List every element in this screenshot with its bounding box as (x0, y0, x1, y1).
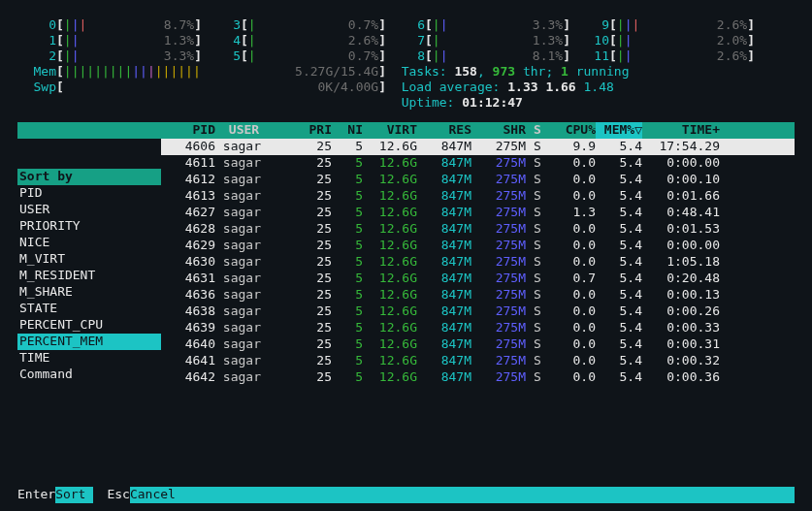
cpu-meter-7: 7[|1.3%] 10[||2.0%] (386, 33, 795, 48)
process-row[interactable]: 4639 sagar 25 5 12.6G 847M 275M S 0.0 5.… (161, 320, 795, 336)
load-average: Load average: 1.33 1.66 1.48 (386, 80, 795, 95)
cpu-meter-1: 1[||1.3%] 4[|2.6%] (17, 33, 386, 48)
sort-option-m_resident[interactable]: M_RESIDENT (17, 268, 161, 284)
meters-panel: 0[|||8.7%] 3[|0.7%] 1[||1.3%] 4[|2.6%] 2… (17, 8, 795, 116)
mem-meter: Mem[||||||||||||||||||5.27G/15.4G] (17, 64, 386, 80)
sort-option-pid[interactable]: PID (17, 185, 161, 202)
sort-by-panel[interactable]: Sort by PIDUSERPRIORITYNICEM_VIRTM_RESID… (17, 169, 161, 383)
cpu-meter-8: 8[||8.1%] 11[||2.6%] (386, 48, 795, 64)
footer-key-enter[interactable]: Enter (17, 487, 55, 503)
tasks-info: Tasks: 158, 973 thr; 1 running (386, 64, 795, 80)
sort-option-m_virt[interactable]: M_VIRT (17, 251, 161, 268)
col-time[interactable]: TIME+ (642, 122, 720, 139)
process-row[interactable]: 4638 sagar 25 5 12.6G 847M 275M S 0.0 5.… (161, 303, 795, 320)
footer-label-sort[interactable]: Sort (55, 487, 93, 503)
process-row[interactable]: 4606 sagar 25 5 12.6G 847M 275M S 9.9 5.… (161, 139, 795, 155)
process-row[interactable]: 4640 sagar 25 5 12.6G 847M 275M S 0.0 5.… (161, 336, 795, 353)
sort-by-title: Sort by (17, 169, 161, 185)
sort-option-priority[interactable]: PRIORITY (17, 218, 161, 235)
process-row[interactable]: 4627 sagar 25 5 12.6G 847M 275M S 1.3 5.… (161, 205, 795, 221)
col-cpu[interactable]: CPU% (549, 122, 596, 139)
cpu-meter-0: 0[|||8.7%] 3[|0.7%] (17, 17, 386, 33)
sort-option-time[interactable]: TIME (17, 350, 161, 367)
process-row[interactable]: 4631 sagar 25 5 12.6G 847M 275M S 0.7 5.… (161, 271, 795, 287)
sort-option-state[interactable]: STATE (17, 301, 161, 317)
col-mem[interactable]: MEM%▽ (596, 122, 642, 139)
cpu-meter-6: 6[||3.3%] 9[|||2.6%] (386, 17, 795, 33)
col-res[interactable]: RES (417, 122, 471, 139)
process-table: 4606 sagar 25 5 12.6G 847M 275M S 9.9 5.… (161, 139, 795, 386)
footer-bar: Enter Sort Esc Cancel (17, 487, 795, 503)
col-ni[interactable]: NI (332, 122, 363, 139)
sort-option-user[interactable]: USER (17, 202, 161, 218)
process-row[interactable]: 4629 sagar 25 5 12.6G 847M 275M S 0.0 5.… (161, 238, 795, 254)
process-row[interactable]: 4612 sagar 25 5 12.6G 847M 275M S 0.0 5.… (161, 172, 795, 188)
sort-option-command[interactable]: Command (17, 367, 161, 383)
cpu-meter-2: 2[||3.3%] 5[|0.7%] (17, 48, 386, 64)
footer-fill (183, 487, 795, 503)
process-row[interactable]: 4628 sagar 25 5 12.6G 847M 275M S 0.0 5.… (161, 221, 795, 238)
process-row[interactable]: 4630 sagar 25 5 12.6G 847M 275M S 0.0 5.… (161, 254, 795, 271)
col-user[interactable]: USER (215, 122, 293, 139)
col-s[interactable]: S (526, 122, 549, 139)
col-pid[interactable]: PID (161, 122, 215, 139)
process-row[interactable]: 4613 sagar 25 5 12.6G 847M 275M S 0.0 5.… (161, 188, 795, 205)
sort-option-percent_mem[interactable]: PERCENT_MEM (17, 334, 161, 350)
process-row[interactable]: 4642 sagar 25 5 12.6G 847M 275M S 0.0 5.… (161, 369, 795, 386)
sort-option-m_share[interactable]: M_SHARE (17, 284, 161, 301)
col-shr[interactable]: SHR (471, 122, 526, 139)
sort-option-nice[interactable]: NICE (17, 235, 161, 251)
sort-option-percent_cpu[interactable]: PERCENT_CPU (17, 317, 161, 334)
process-row[interactable]: 4611 sagar 25 5 12.6G 847M 275M S 0.0 5.… (161, 155, 795, 172)
swp-meter: Swp[0K/4.00G] (17, 80, 386, 95)
footer-key-esc[interactable]: Esc (93, 487, 129, 503)
uptime: Uptime: 01:12:47 (386, 95, 795, 111)
col-virt[interactable]: VIRT (363, 122, 417, 139)
col-pri[interactable]: PRI (293, 122, 332, 139)
process-row[interactable]: 4641 sagar 25 5 12.6G 847M 275M S 0.0 5.… (161, 353, 795, 369)
footer-label-cancel[interactable]: Cancel (130, 487, 183, 503)
process-row[interactable]: 4636 sagar 25 5 12.6G 847M 275M S 0.0 5.… (161, 287, 795, 303)
process-table-header: PID USER PRI NI VIRT RES SHR S CPU% MEM%… (17, 122, 795, 139)
